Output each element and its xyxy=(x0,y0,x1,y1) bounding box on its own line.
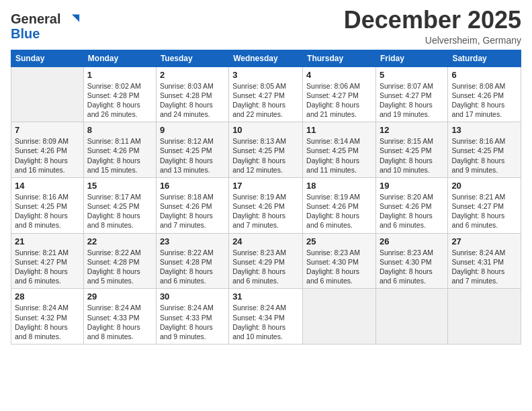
day-number: 18 xyxy=(306,181,372,191)
day-number: 1 xyxy=(87,70,152,80)
calendar-cell: 11Sunrise: 8:14 AMSunset: 4:25 PMDayligh… xyxy=(303,122,376,178)
header: General Blue December 2025 Uelversheim, … xyxy=(11,7,521,46)
day-number: 10 xyxy=(232,125,299,135)
day-info: Sunrise: 8:15 AMSunset: 4:25 PMDaylight:… xyxy=(380,136,444,175)
day-number: 19 xyxy=(380,181,444,191)
day-number: 9 xyxy=(160,125,225,135)
day-number: 28 xyxy=(15,291,80,302)
day-number: 22 xyxy=(87,236,152,246)
day-number: 15 xyxy=(87,181,152,191)
day-number: 6 xyxy=(451,70,517,80)
calendar-cell: 30Sunrise: 8:24 AMSunset: 4:33 PMDayligh… xyxy=(156,289,228,345)
calendar-cell: 28Sunrise: 8:24 AMSunset: 4:32 PMDayligh… xyxy=(11,289,84,345)
calendar-cell xyxy=(375,289,447,345)
day-info: Sunrise: 8:24 AMSunset: 4:34 PMDaylight:… xyxy=(232,303,299,341)
location-subtitle: Uelversheim, Germany xyxy=(344,35,521,46)
day-number: 3 xyxy=(232,70,299,80)
calendar-cell: 2Sunrise: 8:03 AMSunset: 4:28 PMDaylight… xyxy=(156,66,228,122)
day-number: 4 xyxy=(306,70,372,80)
calendar-cell: 23Sunrise: 8:22 AMSunset: 4:28 PMDayligh… xyxy=(156,233,228,289)
calendar-cell: 10Sunrise: 8:13 AMSunset: 4:25 PMDayligh… xyxy=(229,122,303,178)
day-info: Sunrise: 8:22 AMSunset: 4:28 PMDaylight:… xyxy=(160,248,225,286)
day-number: 14 xyxy=(15,181,80,191)
day-number: 29 xyxy=(87,291,152,302)
calendar-table: SundayMondayTuesdayWednesdayThursdayFrid… xyxy=(11,50,521,345)
logo-blue: Blue xyxy=(11,27,81,40)
day-info: Sunrise: 8:03 AMSunset: 4:28 PMDaylight:… xyxy=(160,81,225,120)
day-number: 16 xyxy=(160,181,225,191)
day-info: Sunrise: 8:19 AMSunset: 4:26 PMDaylight:… xyxy=(306,192,372,230)
calendar-header-row: SundayMondayTuesdayWednesdayThursdayFrid… xyxy=(11,50,521,66)
calendar-cell: 21Sunrise: 8:21 AMSunset: 4:27 PMDayligh… xyxy=(11,233,84,289)
weekday-header-thursday: Thursday xyxy=(303,50,376,66)
month-title: December 2025 xyxy=(344,7,521,34)
day-number: 7 xyxy=(15,125,80,135)
day-info: Sunrise: 8:06 AMSunset: 4:27 PMDaylight:… xyxy=(306,81,372,120)
calendar-cell: 22Sunrise: 8:22 AMSunset: 4:28 PMDayligh… xyxy=(83,233,156,289)
day-info: Sunrise: 8:05 AMSunset: 4:27 PMDaylight:… xyxy=(232,81,299,120)
calendar-week-row: 28Sunrise: 8:24 AMSunset: 4:32 PMDayligh… xyxy=(11,289,521,345)
day-info: Sunrise: 8:24 AMSunset: 4:33 PMDaylight:… xyxy=(87,303,152,341)
logo-text: General Blue xyxy=(11,9,81,40)
title-block: December 2025 Uelversheim, Germany xyxy=(344,7,521,46)
calendar-cell: 5Sunrise: 8:07 AMSunset: 4:27 PMDaylight… xyxy=(375,66,447,122)
calendar-cell: 18Sunrise: 8:19 AMSunset: 4:26 PMDayligh… xyxy=(303,177,376,233)
calendar-cell: 6Sunrise: 8:08 AMSunset: 4:26 PMDaylight… xyxy=(448,66,521,122)
day-info: Sunrise: 8:13 AMSunset: 4:25 PMDaylight:… xyxy=(232,136,299,175)
calendar-cell: 16Sunrise: 8:18 AMSunset: 4:26 PMDayligh… xyxy=(156,177,228,233)
calendar-cell: 26Sunrise: 8:23 AMSunset: 4:30 PMDayligh… xyxy=(375,233,447,289)
day-number: 12 xyxy=(380,125,444,135)
calendar-cell: 13Sunrise: 8:16 AMSunset: 4:25 PMDayligh… xyxy=(448,122,521,178)
calendar-cell xyxy=(303,289,376,345)
day-info: Sunrise: 8:18 AMSunset: 4:26 PMDaylight:… xyxy=(160,192,225,230)
calendar-week-row: 1Sunrise: 8:02 AMSunset: 4:28 PMDaylight… xyxy=(11,66,521,122)
weekday-header-sunday: Sunday xyxy=(11,50,84,66)
calendar-cell: 1Sunrise: 8:02 AMSunset: 4:28 PMDaylight… xyxy=(83,66,156,122)
calendar-cell: 24Sunrise: 8:23 AMSunset: 4:29 PMDayligh… xyxy=(229,233,303,289)
calendar-week-row: 21Sunrise: 8:21 AMSunset: 4:27 PMDayligh… xyxy=(11,233,521,289)
calendar-cell: 8Sunrise: 8:11 AMSunset: 4:26 PMDaylight… xyxy=(83,122,156,178)
day-info: Sunrise: 8:09 AMSunset: 4:26 PMDaylight:… xyxy=(15,136,80,175)
calendar-cell: 31Sunrise: 8:24 AMSunset: 4:34 PMDayligh… xyxy=(229,289,303,345)
calendar-cell: 20Sunrise: 8:21 AMSunset: 4:27 PMDayligh… xyxy=(448,177,521,233)
day-info: Sunrise: 8:24 AMSunset: 4:31 PMDaylight:… xyxy=(451,248,517,286)
day-info: Sunrise: 8:20 AMSunset: 4:26 PMDaylight:… xyxy=(380,192,444,230)
day-number: 2 xyxy=(160,70,225,80)
day-info: Sunrise: 8:24 AMSunset: 4:33 PMDaylight:… xyxy=(160,303,225,341)
day-number: 31 xyxy=(232,291,299,302)
day-info: Sunrise: 8:14 AMSunset: 4:25 PMDaylight:… xyxy=(306,136,372,175)
calendar-cell xyxy=(11,66,84,122)
day-number: 30 xyxy=(160,291,225,302)
day-info: Sunrise: 8:23 AMSunset: 4:29 PMDaylight:… xyxy=(232,248,299,286)
day-info: Sunrise: 8:23 AMSunset: 4:30 PMDaylight:… xyxy=(306,248,372,286)
calendar-cell: 7Sunrise: 8:09 AMSunset: 4:26 PMDaylight… xyxy=(11,122,84,178)
day-number: 8 xyxy=(87,125,152,135)
day-number: 11 xyxy=(306,125,372,135)
calendar-cell: 17Sunrise: 8:19 AMSunset: 4:26 PMDayligh… xyxy=(229,177,303,233)
day-info: Sunrise: 8:19 AMSunset: 4:26 PMDaylight:… xyxy=(232,192,299,230)
logo: General Blue xyxy=(11,9,81,40)
day-info: Sunrise: 8:07 AMSunset: 4:27 PMDaylight:… xyxy=(380,81,444,120)
day-info: Sunrise: 8:17 AMSunset: 4:25 PMDaylight:… xyxy=(87,192,152,230)
calendar-cell: 3Sunrise: 8:05 AMSunset: 4:27 PMDaylight… xyxy=(229,66,303,122)
day-info: Sunrise: 8:11 AMSunset: 4:26 PMDaylight:… xyxy=(87,136,152,175)
day-info: Sunrise: 8:21 AMSunset: 4:27 PMDaylight:… xyxy=(451,192,517,230)
day-number: 17 xyxy=(232,181,299,191)
logo-icon xyxy=(62,9,81,28)
day-info: Sunrise: 8:02 AMSunset: 4:28 PMDaylight:… xyxy=(87,81,152,120)
calendar-cell: 14Sunrise: 8:16 AMSunset: 4:25 PMDayligh… xyxy=(11,177,84,233)
weekday-header-friday: Friday xyxy=(375,50,447,66)
day-number: 27 xyxy=(451,236,517,246)
day-info: Sunrise: 8:16 AMSunset: 4:25 PMDaylight:… xyxy=(451,136,517,175)
weekday-header-wednesday: Wednesday xyxy=(229,50,303,66)
calendar-cell: 29Sunrise: 8:24 AMSunset: 4:33 PMDayligh… xyxy=(83,289,156,345)
calendar-cell: 27Sunrise: 8:24 AMSunset: 4:31 PMDayligh… xyxy=(448,233,521,289)
day-number: 25 xyxy=(306,236,372,246)
day-number: 26 xyxy=(380,236,444,246)
day-info: Sunrise: 8:24 AMSunset: 4:32 PMDaylight:… xyxy=(15,303,80,341)
page-container: General Blue December 2025 Uelversheim, … xyxy=(0,0,532,351)
day-info: Sunrise: 8:16 AMSunset: 4:25 PMDaylight:… xyxy=(15,192,80,230)
calendar-cell: 15Sunrise: 8:17 AMSunset: 4:25 PMDayligh… xyxy=(83,177,156,233)
weekday-header-saturday: Saturday xyxy=(448,50,521,66)
calendar-cell xyxy=(448,289,521,345)
